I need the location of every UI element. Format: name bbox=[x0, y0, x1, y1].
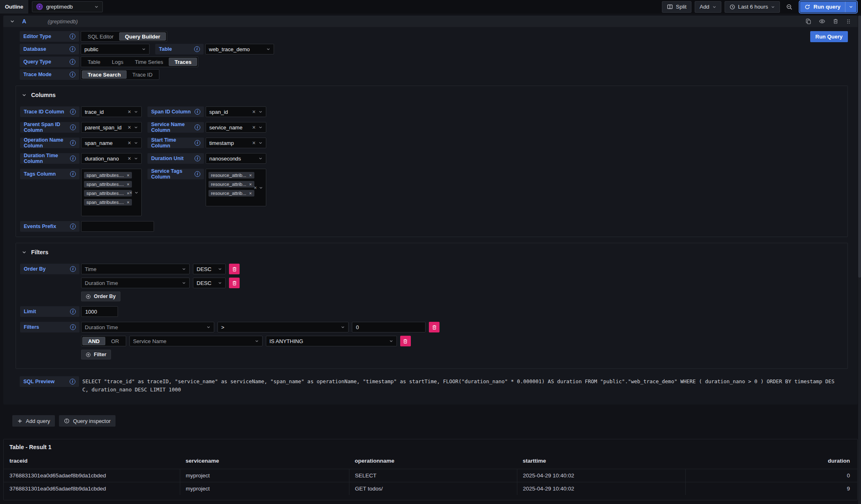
duration-time-column-select[interactable]: duration_nano × bbox=[81, 153, 142, 164]
trace-id-link[interactable]: 3768831301ea0d65adaef8b9da1cbded bbox=[4, 482, 180, 495]
option-query-builder[interactable]: Query Builder bbox=[119, 32, 166, 41]
chip-remove-icon[interactable]: × bbox=[127, 182, 129, 187]
eye-icon[interactable] bbox=[819, 18, 825, 25]
duplicate-query-icon[interactable] bbox=[805, 18, 811, 25]
split-button[interactable]: Split bbox=[662, 1, 691, 13]
clear-all-icon[interactable]: × bbox=[129, 190, 132, 196]
service-tags-column-multiselect[interactable]: resource_attrib...× resource_attrib...× … bbox=[206, 169, 266, 206]
add-dropdown-button[interactable]: Add bbox=[695, 1, 721, 13]
column-header-starttime[interactable]: starttime bbox=[517, 456, 685, 469]
info-icon[interactable]: i bbox=[194, 46, 200, 52]
page-scrollbar[interactable] bbox=[858, 16, 861, 504]
delete-order-by-button[interactable] bbox=[229, 264, 240, 274]
info-icon[interactable]: i bbox=[70, 34, 75, 39]
start-time-column-select[interactable]: timestamp × bbox=[206, 138, 266, 148]
clear-icon[interactable]: × bbox=[252, 140, 256, 146]
info-icon[interactable]: i bbox=[195, 156, 200, 161]
info-icon[interactable]: i bbox=[195, 171, 200, 177]
column-header-servicename[interactable]: servicename bbox=[180, 456, 349, 469]
info-icon[interactable]: i bbox=[70, 171, 76, 177]
datasource-picker[interactable]: greptimedb bbox=[32, 1, 103, 12]
filter-value-input[interactable]: 0 bbox=[352, 322, 426, 332]
info-icon[interactable]: i bbox=[70, 124, 76, 130]
operation-name-column-select[interactable]: span_name × bbox=[81, 138, 142, 148]
query-row-header[interactable]: A (greptimedb) bbox=[3, 16, 858, 27]
run-query-button[interactable]: Run query bbox=[800, 2, 845, 12]
info-icon[interactable]: i bbox=[195, 124, 200, 130]
filter-field-select[interactable]: Duration Time bbox=[81, 322, 214, 332]
clear-icon[interactable]: × bbox=[128, 140, 131, 146]
clear-icon[interactable]: × bbox=[128, 156, 131, 161]
info-icon[interactable]: i bbox=[70, 224, 76, 229]
info-icon[interactable]: i bbox=[70, 156, 76, 161]
span-id-column-select[interactable]: span_id × bbox=[206, 106, 266, 117]
option-trace-search[interactable]: Trace Search bbox=[82, 70, 127, 79]
filter-field-select[interactable]: Service Name bbox=[129, 336, 263, 346]
chip-remove-icon[interactable]: × bbox=[249, 191, 252, 196]
column-header-operationname[interactable]: operationname bbox=[349, 456, 517, 469]
chip-remove-icon[interactable]: × bbox=[127, 173, 129, 178]
add-query-button[interactable]: Add query bbox=[12, 415, 55, 427]
trace-id-link[interactable]: 3768831301ea0d65adaef8b9da1cbded bbox=[4, 469, 180, 482]
info-icon[interactable]: i bbox=[70, 140, 76, 146]
time-range-picker[interactable]: Last 6 hours bbox=[725, 1, 780, 13]
add-filter-button[interactable]: Filter bbox=[81, 350, 111, 359]
order-by-direction-select[interactable]: DESC bbox=[193, 278, 226, 288]
option-and[interactable]: AND bbox=[82, 337, 105, 345]
query-inspector-button[interactable]: Query inspector bbox=[59, 415, 116, 427]
option-sql-editor[interactable]: SQL Editor bbox=[82, 32, 119, 41]
info-icon[interactable]: i bbox=[70, 46, 75, 52]
info-icon[interactable]: i bbox=[70, 109, 76, 115]
column-header-duration[interactable]: duration bbox=[685, 456, 857, 469]
option-time-series[interactable]: Time Series bbox=[129, 58, 169, 66]
clear-icon[interactable]: × bbox=[252, 109, 256, 115]
add-order-by-button[interactable]: Order By bbox=[81, 292, 120, 301]
duration-unit-select[interactable]: nanoseconds bbox=[206, 153, 266, 164]
column-header-traceid[interactable]: traceid bbox=[4, 456, 180, 469]
filter-operator-select[interactable]: > bbox=[218, 322, 349, 332]
option-trace-id[interactable]: Trace ID bbox=[127, 70, 158, 79]
order-by-direction-select[interactable]: DESC bbox=[193, 264, 226, 274]
clear-icon[interactable]: × bbox=[252, 124, 256, 130]
collapse-chevron-icon[interactable] bbox=[10, 19, 15, 24]
info-icon[interactable]: i bbox=[70, 266, 76, 272]
clear-icon[interactable]: × bbox=[128, 109, 131, 115]
chip-remove-icon[interactable]: × bbox=[127, 200, 129, 205]
service-name-column-select[interactable]: service_name × bbox=[206, 122, 266, 133]
tags-column-multiselect[interactable]: span_attributes....× span_attributes....… bbox=[81, 169, 142, 216]
delete-filter-button[interactable] bbox=[400, 336, 411, 346]
filters-section-header[interactable]: Filters bbox=[22, 249, 843, 255]
drag-handle-icon[interactable] bbox=[846, 18, 851, 25]
chip-remove-icon[interactable]: × bbox=[249, 182, 252, 187]
info-icon[interactable]: i bbox=[195, 140, 200, 146]
info-icon[interactable]: i bbox=[70, 379, 75, 384]
scrollbar-thumb[interactable] bbox=[858, 16, 861, 278]
order-by-field-select[interactable]: Duration Time bbox=[81, 278, 190, 288]
info-icon[interactable]: i bbox=[70, 324, 76, 330]
option-or[interactable]: OR bbox=[105, 337, 125, 345]
order-by-field-select[interactable]: Time bbox=[81, 264, 190, 274]
info-icon[interactable]: i bbox=[195, 109, 200, 115]
database-select[interactable]: public bbox=[81, 44, 150, 54]
limit-input[interactable]: 1000 bbox=[81, 306, 118, 317]
filter-operator-select[interactable]: IS ANYTHING bbox=[266, 336, 397, 346]
editor-run-query-button[interactable]: Run Query bbox=[810, 31, 848, 42]
info-icon[interactable]: i bbox=[70, 72, 75, 77]
outline-button[interactable]: Outline bbox=[0, 0, 28, 14]
trace-id-column-select[interactable]: trace_id × bbox=[81, 106, 142, 117]
option-table[interactable]: Table bbox=[82, 58, 106, 66]
clear-all-icon[interactable]: × bbox=[254, 185, 257, 191]
zoom-out-button[interactable] bbox=[783, 1, 795, 13]
option-logs[interactable]: Logs bbox=[106, 58, 129, 66]
delete-order-by-button[interactable] bbox=[229, 278, 240, 288]
columns-section-header[interactable]: Columns bbox=[22, 92, 843, 98]
table-select[interactable]: web_trace_demo bbox=[205, 44, 274, 54]
events-prefix-input[interactable] bbox=[81, 221, 154, 232]
delete-filter-button[interactable] bbox=[429, 322, 440, 332]
chip-remove-icon[interactable]: × bbox=[249, 173, 252, 178]
clear-icon[interactable]: × bbox=[128, 124, 131, 130]
trash-icon[interactable] bbox=[833, 18, 838, 24]
run-query-caret-button[interactable] bbox=[845, 2, 856, 12]
info-icon[interactable]: i bbox=[70, 309, 76, 314]
option-traces[interactable]: Traces bbox=[169, 58, 197, 66]
